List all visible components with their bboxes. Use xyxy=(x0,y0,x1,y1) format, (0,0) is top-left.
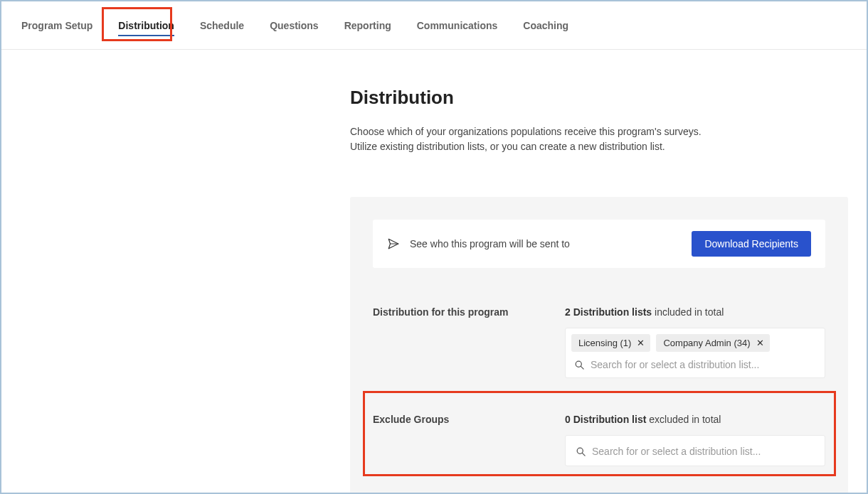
distribution-card: See who this program will be sent to Dow… xyxy=(350,197,848,494)
svg-line-4 xyxy=(582,453,585,456)
svg-line-2 xyxy=(581,366,583,369)
close-icon[interactable]: ✕ xyxy=(637,338,645,348)
tabs-bar: Program Setup Distribution Schedule Ques… xyxy=(1,1,867,50)
tab-schedule[interactable]: Schedule xyxy=(187,1,257,49)
chip-label: Company Admin (34) xyxy=(663,338,750,348)
close-icon[interactable]: ✕ xyxy=(756,338,764,348)
excluded-search-input[interactable] xyxy=(592,446,815,457)
included-lists-box: Licensing (1) ✕ Company Admin (34) ✕ xyxy=(565,328,825,378)
search-icon xyxy=(576,446,586,457)
tab-questions[interactable]: Questions xyxy=(257,1,331,49)
tab-reporting[interactable]: Reporting xyxy=(332,1,404,49)
recipients-info-bar: See who this program will be sent to Dow… xyxy=(373,220,825,268)
recipients-info-text: See who this program will be sent to xyxy=(410,238,570,249)
included-chip: Company Admin (34) ✕ xyxy=(656,334,769,352)
tab-coaching[interactable]: Coaching xyxy=(510,1,581,49)
chip-label: Licensing (1) xyxy=(578,338,631,348)
included-search-input[interactable] xyxy=(591,359,816,370)
included-count: 2 Distribution lists included in total xyxy=(565,306,825,318)
excluded-count: 0 Distribution list excluded in total xyxy=(565,414,825,425)
included-section: Distribution for this program 2 Distribu… xyxy=(373,306,825,378)
excluded-section: Exclude Groups 0 Distribution list exclu… xyxy=(373,414,825,466)
tab-communications[interactable]: Communications xyxy=(404,1,511,49)
excluded-section-label: Exclude Groups xyxy=(373,414,551,466)
excluded-lists-box xyxy=(565,435,825,466)
page-description: Choose which of your organizations popul… xyxy=(350,124,845,154)
tab-program-setup[interactable]: Program Setup xyxy=(9,1,105,49)
content-area: Distribution Choose which of your organi… xyxy=(1,50,867,494)
included-section-label: Distribution for this program xyxy=(373,306,551,378)
included-chip: Licensing (1) ✕ xyxy=(571,334,650,352)
search-icon xyxy=(574,360,585,370)
download-recipients-button[interactable]: Download Recipients xyxy=(692,231,811,257)
send-icon xyxy=(387,237,400,250)
tab-distribution[interactable]: Distribution xyxy=(105,1,187,49)
page-title: Distribution xyxy=(350,87,845,109)
